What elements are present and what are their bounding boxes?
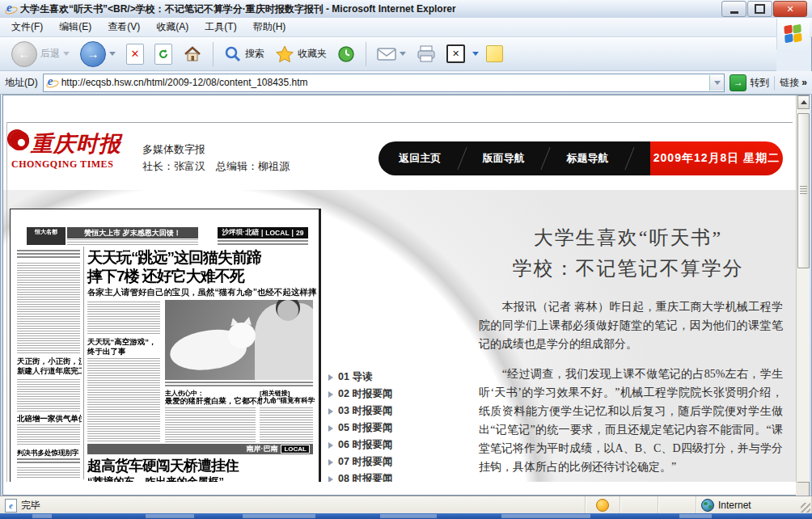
- page-nav-item[interactable]: 08 时报要闻: [328, 470, 450, 482]
- vertical-scroll-thumb[interactable]: [797, 113, 810, 268]
- nav-separator: [457, 147, 467, 170]
- minimize-icon: [730, 11, 738, 14]
- nav-home-link[interactable]: 返回主页: [399, 151, 441, 166]
- mail-button[interactable]: [374, 45, 409, 63]
- arrow-icon: [328, 425, 333, 432]
- security-zone-pane: Internet: [696, 496, 812, 514]
- placeholder-headline: [17, 458, 80, 465]
- go-button[interactable]: → 转到: [730, 74, 769, 91]
- bottom-headline: 超高货车硬闯天桥遭挂住: [87, 456, 315, 475]
- address-dropdown-button[interactable]: [709, 75, 724, 91]
- taskbar-sliver: [0, 513, 812, 519]
- status-message-pane: e 完毕: [0, 496, 586, 514]
- search-icon: [224, 45, 242, 63]
- refresh-button[interactable]: [151, 42, 176, 66]
- address-label: 地址(D): [5, 76, 38, 90]
- placeholder-text: [17, 424, 80, 445]
- menu-help[interactable]: 帮助(H): [245, 18, 294, 36]
- forward-dropdown-icon[interactable]: [109, 52, 116, 56]
- col-headline-2: 北碚增一家供气单位: [17, 414, 82, 424]
- resize-grip[interactable]: [801, 503, 810, 513]
- page-nav-item[interactable]: 07 时报要闻: [328, 454, 450, 470]
- links-toolbar[interactable]: 链接 »: [774, 76, 807, 90]
- close-button[interactable]: ✕: [773, 1, 807, 17]
- go-arrow-icon: →: [730, 74, 746, 91]
- menu-file[interactable]: 文件(F): [3, 18, 51, 36]
- forward-button[interactable]: →: [77, 40, 119, 69]
- arrow-icon: [328, 374, 333, 381]
- page-nav-item[interactable]: 05 时报要闻: [328, 420, 450, 437]
- page-nav-item[interactable]: 03 时报要闻: [328, 403, 450, 420]
- page-nav-item[interactable]: 01 导读: [328, 369, 450, 386]
- history-button[interactable]: [334, 44, 358, 65]
- bottom-headline-clipped: “莽撞的车，咋出来的金属框”: [87, 475, 315, 482]
- menu-bar: 文件(F) 编辑(E) 查看(V) 收藏(A) 工具(T) 帮助(H): [0, 18, 812, 37]
- minimize-button[interactable]: [721, 1, 746, 17]
- address-field[interactable]: e: [43, 74, 725, 92]
- page-nav-list: 01 导读 02 时报要闻 03 时报要闻 05 时报要闻 06 时报要闻 07…: [328, 369, 450, 482]
- mail-icon: [377, 47, 396, 61]
- newspaper-page-thumbnail[interactable]: 恒大名都 赞恒大上市 岁末感恩大回馈！ 沙坪坝·北碚| LOCAL| 29 天天…: [10, 209, 321, 482]
- article-title-line1: 大学生喜欢“听天书”: [468, 225, 788, 251]
- scroll-up-button[interactable]: [797, 95, 810, 109]
- home-button[interactable]: [180, 43, 205, 65]
- masthead-nav-links: 返回主页 版面导航 标题导航: [379, 141, 650, 175]
- placeholder-text: [165, 407, 256, 442]
- arrow-icon: [328, 476, 333, 483]
- page-nav-item[interactable]: 06 时报要闻: [328, 437, 450, 454]
- site-logo[interactable]: 重庆时报 CHONGQING TIMES: [11, 129, 139, 181]
- issue-date: 2009年12月8日 星期二: [650, 141, 783, 175]
- page-nav-item[interactable]: 02 时报要闻: [328, 386, 450, 403]
- mid-headline: 天天玩“高空游戏”， 终于出了事: [87, 337, 162, 357]
- arrow-icon: [328, 442, 333, 449]
- go-label: 转到: [750, 76, 769, 90]
- edit-icon: ✕: [446, 44, 465, 63]
- stop-icon: ✕: [126, 44, 144, 65]
- main-subhead: 各家主人请管好自己的宝贝，虽然“猫有九命”也经不起这样摔: [87, 287, 314, 298]
- ad-tag: 恒大名都: [27, 227, 66, 245]
- placeholder-text: [218, 240, 308, 245]
- placeholder-text: [17, 379, 80, 411]
- alert-icon: [596, 499, 609, 512]
- maximize-button[interactable]: [747, 1, 772, 17]
- edit-button[interactable]: ✕: [443, 43, 468, 65]
- logo-english: CHONGQING TIMES: [11, 158, 139, 171]
- toolbar-dropdown-icon[interactable]: [472, 52, 479, 56]
- nav-separator: [541, 147, 551, 170]
- vertical-scrollbar[interactable]: [796, 95, 810, 496]
- placeholder-text: [87, 302, 160, 335]
- notes-button[interactable]: [483, 44, 506, 64]
- refresh-icon: [154, 44, 172, 65]
- url-input[interactable]: [60, 75, 710, 91]
- nav-pages-link[interactable]: 版面导航: [483, 151, 525, 166]
- mail-dropdown-icon[interactable]: [400, 52, 406, 56]
- caption-headline: 最爱的猪肝煮白菜，它都不想吃: [165, 396, 262, 407]
- article-body: 本报讯（记者 蒋林）昨日起，重庆工商大学机械工程学院的同学们上课都必须做好随堂的…: [479, 297, 783, 482]
- favorites-label: 收藏夹: [298, 47, 327, 61]
- back-button[interactable]: ← 后退: [8, 40, 73, 69]
- print-button[interactable]: [413, 44, 439, 65]
- windows-flag-icon: [776, 19, 810, 49]
- person-head: [277, 300, 298, 321]
- col-headline-3: 判决书多处惊现别字: [17, 449, 82, 458]
- history-clock-icon: [337, 45, 355, 63]
- back-label: 后退: [40, 47, 60, 61]
- stop-button[interactable]: ✕: [123, 42, 147, 66]
- menu-favorites[interactable]: 收藏(A): [148, 18, 197, 36]
- printer-icon: [417, 45, 436, 63]
- article-paragraph: 本报讯（记者 蒋林）昨日起，重庆工商大学机械工程学院的同学们上课都必须做好随堂的…: [479, 297, 783, 353]
- page-status-icon: e: [5, 499, 17, 513]
- column-rule: [83, 247, 84, 479]
- menu-view[interactable]: 查看(V): [99, 18, 148, 36]
- ad-headline: 赞恒大上市 岁末感恩大回馈！: [67, 227, 198, 238]
- menu-edit[interactable]: 编辑(E): [51, 18, 99, 36]
- nav-separator: [624, 147, 634, 170]
- nav-titles-link[interactable]: 标题导航: [566, 151, 608, 166]
- logo-chinese: 重庆时报: [11, 129, 139, 158]
- standard-toolbar: ← 后退 → ✕ 搜索: [0, 37, 776, 71]
- menu-tools[interactable]: 工具(T): [197, 18, 244, 36]
- favorites-button[interactable]: 收藏夹: [272, 44, 330, 65]
- back-dropdown-icon[interactable]: [63, 52, 70, 56]
- search-button[interactable]: 搜索: [221, 44, 268, 65]
- links-more-icon: »: [801, 77, 807, 88]
